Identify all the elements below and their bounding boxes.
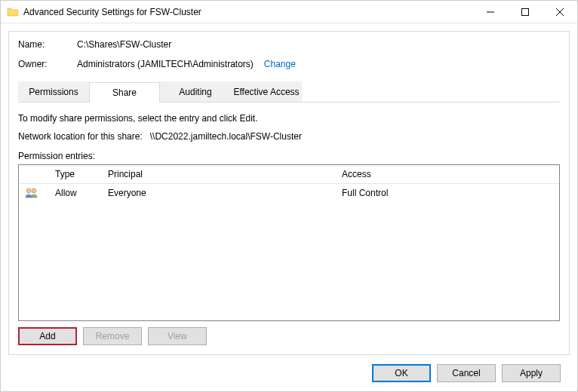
- owner-label: Owner:: [18, 59, 77, 69]
- tabstrip: Permissions Share Auditing Effective Acc…: [18, 81, 560, 103]
- maximize-button[interactable]: [508, 1, 543, 23]
- view-button: View: [148, 327, 207, 345]
- cancel-button[interactable]: Cancel: [437, 364, 496, 382]
- principal-icon: [19, 184, 49, 202]
- name-value: C:\Shares\FSW-Cluster: [77, 39, 171, 50]
- table-row[interactable]: Allow Everyone Full Control: [19, 184, 559, 202]
- svg-point-4: [26, 188, 31, 193]
- owner-row: Owner: Administrators (JAMILTECH\Adminis…: [18, 59, 560, 69]
- add-button[interactable]: Add: [18, 327, 77, 345]
- tab-effective-access[interactable]: Effective Access: [231, 81, 302, 102]
- tab-share[interactable]: Share: [89, 82, 160, 103]
- instruction-text: To modify share permissions, select the …: [18, 113, 560, 124]
- entry-buttons: Add Remove View: [18, 327, 560, 345]
- window-title: Advanced Security Settings for FSW-Clust…: [23, 7, 473, 17]
- name-row: Name: C:\Shares\FSW-Cluster: [18, 39, 560, 50]
- grid-header: Type Principal Access: [19, 165, 559, 184]
- svg-point-5: [32, 188, 36, 193]
- tab-permissions[interactable]: Permissions: [18, 81, 89, 102]
- col-type[interactable]: Type: [49, 165, 102, 183]
- row-type: Allow: [49, 184, 102, 202]
- col-principal[interactable]: Principal: [102, 165, 336, 183]
- entries-label: Permission entries:: [18, 151, 560, 161]
- name-label: Name:: [18, 39, 77, 50]
- ok-button[interactable]: OK: [372, 364, 431, 382]
- close-button[interactable]: [543, 1, 577, 23]
- apply-button[interactable]: Apply: [502, 364, 561, 382]
- window-frame: Advanced Security Settings for FSW-Clust…: [0, 0, 578, 392]
- dialog-footer: OK Cancel Apply: [8, 355, 570, 391]
- minimize-button[interactable]: [473, 1, 508, 23]
- row-access: Full Control: [336, 184, 559, 202]
- tab-auditing[interactable]: Auditing: [160, 81, 231, 102]
- main-panel: Name: C:\Shares\FSW-Cluster Owner: Admin…: [8, 31, 570, 355]
- col-icon: [19, 165, 49, 183]
- owner-value: Administrators (JAMILTECH\Administrators…: [77, 59, 254, 69]
- window-controls: [473, 1, 577, 23]
- network-location: Network location for this share: \\DC202…: [18, 131, 560, 142]
- netloc-label: Network location for this share:: [18, 131, 143, 142]
- owner-value-wrap: Administrators (JAMILTECH\Administrators…: [77, 59, 296, 69]
- content-area: Name: C:\Shares\FSW-Cluster Owner: Admin…: [1, 23, 577, 391]
- svg-rect-1: [522, 8, 529, 15]
- change-owner-link[interactable]: Change: [264, 59, 296, 69]
- titlebar: Advanced Security Settings for FSW-Clust…: [1, 1, 577, 23]
- permission-entries-grid[interactable]: Type Principal Access Allow Everyo: [18, 164, 560, 321]
- folder-icon: [7, 6, 19, 18]
- netloc-value: \\DC2022.jamiltech.local\FSW-Cluster: [150, 131, 302, 142]
- remove-button: Remove: [83, 327, 142, 345]
- col-access[interactable]: Access: [336, 165, 559, 183]
- row-principal: Everyone: [102, 184, 336, 202]
